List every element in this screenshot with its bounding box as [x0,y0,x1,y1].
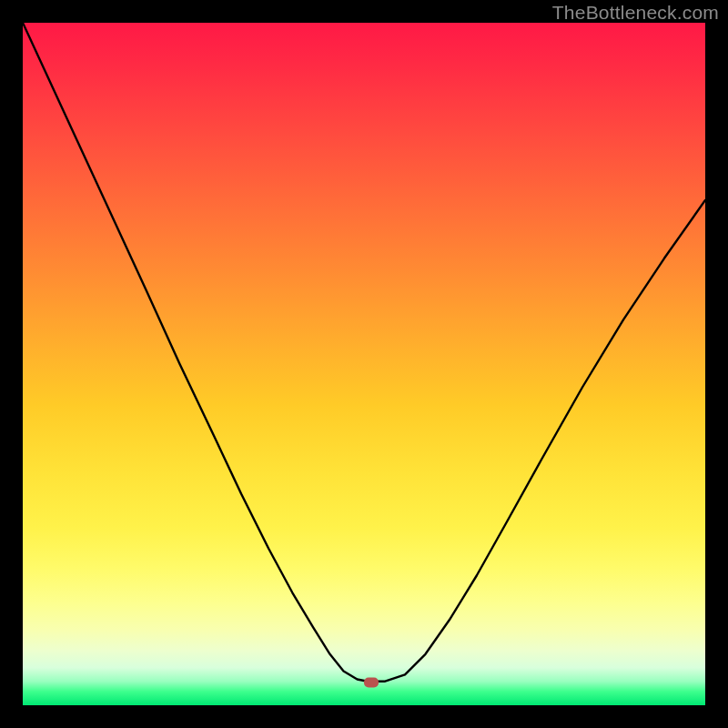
plot-area [23,23,705,705]
optimum-marker [364,678,379,688]
watermark-text: TheBottleneck.com [552,2,719,24]
chart-frame: TheBottleneck.com [0,0,728,728]
bottleneck-curve [23,23,705,705]
